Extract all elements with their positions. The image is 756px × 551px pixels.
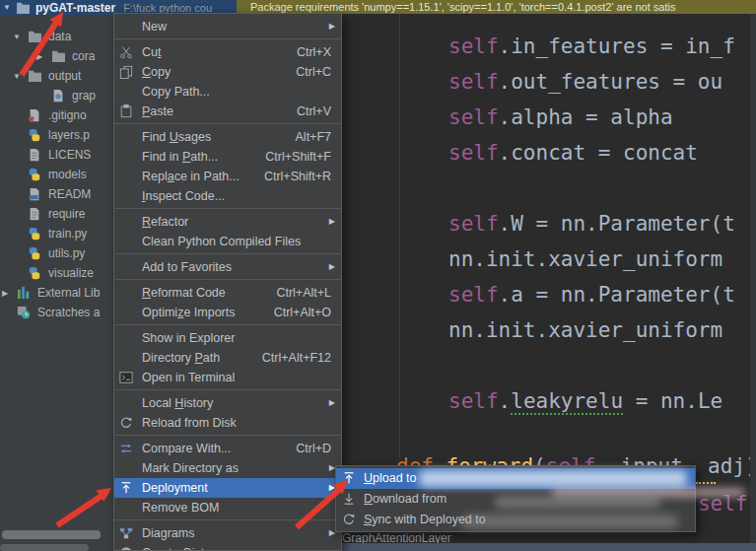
tree-item-label: models [48,168,87,181]
paste-icon [119,104,134,119]
folder-icon [16,1,32,15]
censored-server-name [419,470,687,487]
folder-icon [51,49,67,64]
submenu-arrow-icon: ▶ [329,393,335,413]
tree-item-label: READM [48,187,91,201]
gist-icon [119,546,134,551]
censored-server-name [495,496,660,509]
graph-file-icon [51,89,67,103]
warning-squiggle [696,481,716,484]
python-file-icon [28,128,43,143]
code-line: self.in_features = in_f [448,34,735,59]
tree-item-label: visualize [48,266,94,280]
editor-scrollbar[interactable] [750,14,756,543]
menu-item-compare-with[interactable]: Compare With... Ctrl+D [114,439,341,458]
readme-file-icon [28,187,43,202]
code-line: self.concat = concat [448,140,698,166]
context-menu: New ▶ Cut Ctrl+X Copy Ctrl+C Copy Path..… [113,13,342,551]
banner-text: Package requirements 'numpy==1.15.1', 's… [250,1,675,13]
censored-server-name [461,515,678,528]
tree-item-label: train.py [48,227,87,241]
menu-item-diagrams[interactable]: Diagrams ▶ [114,523,341,543]
menu-item-paste[interactable]: Paste Ctrl+V [114,102,341,121]
tree-item-label: layers.p [48,128,90,142]
tree-item-label: cora [72,49,95,63]
upload-icon [119,481,134,496]
compare-icon [119,442,134,456]
tree-item-label: External Lib [37,286,100,300]
menu-item-deployment[interactable]: Deployment ▶ [114,478,341,498]
ignored-file-icon [28,108,43,123]
copy-icon [119,65,134,80]
tree-item-label: output [48,69,81,83]
python-file-icon [28,227,43,241]
tree-item-label: Scratches a [37,306,100,319]
upload-icon [342,471,357,486]
menu-item-reformat-code[interactable]: Reformat Code Ctrl+Alt+L [114,283,341,303]
tree-item-label: require [48,207,85,221]
submenu-arrow-icon: ▶ [329,257,335,277]
collapse-arrow-icon[interactable]: ▶ [2,289,17,298]
code-line: self.a = nn.Parameter(t [448,282,735,308]
tree-item-label: data [48,30,71,43]
folder-icon [28,30,43,44]
terminal-icon [119,371,134,385]
indent-guide [399,14,400,457]
expand-arrow-icon[interactable]: ▼ [13,33,28,41]
code-line: nn.init.xavier_uniform [448,246,722,272]
tree-item-label: grap [72,89,96,103]
spellcheck-squiggle: leakyrelu [511,389,623,415]
diagrams-icon [119,526,134,541]
folder-icon [28,69,43,84]
menu-item-mark-directory-as[interactable]: Mark Directory as ▶ [114,458,341,478]
python-file-icon [28,266,43,281]
expand-arrow-icon[interactable]: ▼ [3,3,16,12]
code-line: nn.init.xavier_uniform [448,317,722,343]
menu-item-find-in-path[interactable]: Find in Path... Ctrl+Shift+F [114,147,341,167]
submenu-arrow-icon: ▶ [329,212,335,232]
menu-item-inspect-code[interactable]: Inspect Code... [114,186,341,206]
download-icon [342,492,357,507]
tree-item-label: .gitigno [48,108,87,122]
menu-item-refactor[interactable]: Refactor ▶ [114,212,341,232]
project-root-path: F:\fuck python cou [123,2,212,14]
project-root-label: pyGAT-master [35,1,115,15]
menu-item-optimize-imports[interactable]: Optimize Imports Ctrl+Alt+O [114,303,341,322]
code-line: self.out_features = ou [448,69,722,95]
menu-item-copy-path[interactable]: Copy Path... [114,82,341,102]
panel-horizontal-scrollbar[interactable] [2,530,101,539]
python-file-icon [28,168,43,182]
package-requirements-banner: Package requirements 'numpy==1.15.1', 's… [237,0,756,14]
menu-item-directory-path[interactable]: Directory Path Ctrl+Alt+F12 [114,348,341,368]
submenu-arrow-icon: ▶ [329,17,335,36]
tree-item-label: LICENS [48,148,91,162]
menu-item-create-gist[interactable]: Create Gist [114,543,341,551]
code-line: self.W = nn.Parameter(t [448,211,735,237]
library-icon [17,286,33,301]
scratches-icon [17,306,33,320]
text-file-icon [28,207,43,222]
sync-icon [342,513,357,527]
menu-item-remove-bom[interactable]: Remove BOM [114,498,341,517]
panel-scrollbar-thumb[interactable] [0,544,89,551]
menu-item-show-in-explorer[interactable]: Show in Explorer [114,328,341,348]
pycharm-window: ▼ pyGAT-master F:\fuck python cou ▼ data… [0,0,756,551]
expand-arrow-icon[interactable]: ▼ [13,72,28,81]
menu-item-replace-in-path[interactable]: Replace in Path... Ctrl+Shift+R [114,167,341,186]
tree-item-label: utils.py [48,246,85,260]
reload-icon [119,416,134,431]
menu-item-find-usages[interactable]: Find Usages Alt+F7 [114,127,341,147]
text-file-icon [28,148,43,163]
collapse-arrow-icon[interactable]: ▶ [36,52,51,61]
python-file-icon [28,246,43,261]
menu-item-add-to-favorites[interactable]: Add to Favorites ▶ [114,257,341,277]
menu-item-cut[interactable]: Cut Ctrl+X [114,42,341,62]
menu-item-local-history[interactable]: Local History ▶ [114,393,341,413]
menu-item-open-in-terminal[interactable]: Open in Terminal [114,368,341,387]
menu-item-clean-python-compiled-files[interactable]: Clean Python Compiled Files [114,232,341,251]
menu-item-new[interactable]: New ▶ [114,17,341,36]
cut-icon [119,45,134,60]
menu-item-reload-from-disk[interactable]: Reload from Disk [114,413,341,433]
menu-item-copy[interactable]: Copy Ctrl+C [114,62,341,82]
code-line: self.alpha = alpha [448,104,673,130]
